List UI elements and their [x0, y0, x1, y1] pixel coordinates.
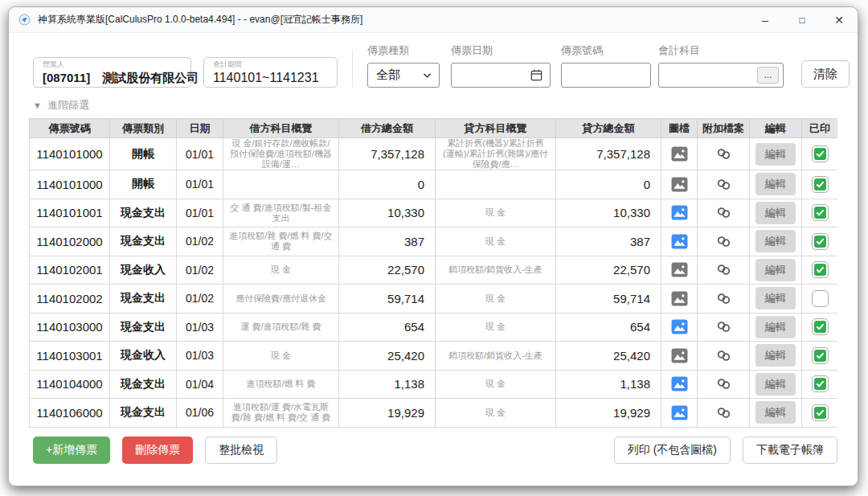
account-field: ...	[658, 63, 784, 88]
image-icon[interactable]	[671, 319, 688, 334]
voucher-date-label: 傳票日期	[451, 43, 551, 58]
attachment-link-icon[interactable]	[716, 405, 731, 420]
printed-checkbox[interactable]	[812, 176, 829, 193]
footer-bar: +新增傳票 刪除傳票 整批檢視 列印 (不包含圖檔) 下載電子帳簿	[9, 428, 858, 464]
attachment-link-icon[interactable]	[716, 205, 731, 220]
accounting-period-value: 1140101~1141231	[213, 69, 328, 87]
voucher-no-input[interactable]	[562, 69, 650, 82]
image-icon[interactable]	[671, 376, 688, 391]
check-icon	[814, 321, 826, 333]
cell-debit-overview: 運 費/進項稅額/雜 費	[223, 313, 339, 342]
print-button[interactable]: 列印 (不包含圖檔)	[614, 437, 731, 464]
cell-printed	[802, 370, 838, 399]
image-icon[interactable]	[671, 262, 688, 277]
cell-credit-overview: 現 金	[436, 399, 556, 428]
cell-image	[661, 199, 698, 228]
voucher-no-group: 傳票號碼	[551, 43, 651, 88]
advanced-filter-toggle[interactable]: ▼ 進階篩選	[33, 98, 858, 113]
add-voucher-button[interactable]: +新增傳票	[33, 437, 110, 464]
cell-printed	[802, 138, 838, 170]
image-icon[interactable]	[671, 205, 688, 220]
printed-checkbox[interactable]	[812, 146, 829, 162]
image-icon[interactable]	[671, 405, 688, 420]
cell-attachment	[698, 399, 750, 428]
cell-printed	[802, 228, 838, 256]
edit-button[interactable]: 編輯	[755, 230, 796, 252]
col-header-image: 圖檔	[661, 119, 698, 138]
cell-voucher-type: 現金支出	[110, 199, 177, 228]
edit-button[interactable]: 編輯	[755, 259, 796, 281]
cell-edit: 編輯	[750, 313, 802, 342]
check-icon	[814, 378, 826, 390]
cell-attachment	[698, 256, 750, 285]
edit-button[interactable]: 編輯	[755, 401, 796, 424]
image-icon[interactable]	[671, 291, 688, 306]
cell-voucher-no: 1140102002	[30, 285, 110, 314]
cell-debit-total: 0	[339, 170, 436, 199]
batch-view-button[interactable]: 整批檢視	[205, 437, 277, 464]
cell-credit-total: 654	[556, 313, 661, 342]
accounting-period-field[interactable]: 會計期間 1140101~1141231	[203, 57, 338, 88]
cell-debit-overview: 現 金	[223, 256, 339, 285]
edit-button[interactable]: 編輯	[755, 143, 796, 166]
minimize-button[interactable]: –	[747, 7, 784, 32]
account-input[interactable]	[659, 69, 757, 82]
cell-debit-total: 10,330	[339, 199, 436, 228]
business-field[interactable]: 營業人 [087011] 測試股份有限公司	[33, 57, 191, 88]
cell-voucher-no: 1140103000	[30, 313, 110, 342]
check-icon	[814, 264, 826, 276]
table-row: 1140101001 現金支出 01/01 交 通 費/進項稅額/製-租金支出 …	[30, 199, 838, 228]
attachment-link-icon[interactable]	[716, 348, 731, 363]
attachment-link-icon[interactable]	[716, 146, 731, 162]
edit-button[interactable]: 編輯	[755, 316, 796, 338]
clear-button[interactable]: 清除	[801, 60, 850, 88]
cell-voucher-no: 1140104000	[30, 370, 110, 399]
account-browse-button[interactable]: ...	[757, 67, 779, 84]
image-icon[interactable]	[671, 234, 688, 249]
printed-checkbox[interactable]	[812, 375, 829, 392]
voucher-date-input[interactable]	[452, 69, 530, 82]
image-icon[interactable]	[671, 177, 688, 192]
edit-button[interactable]: 編輯	[755, 373, 796, 396]
col-header-debit-total: 借方總金額	[339, 119, 436, 138]
printed-checkbox[interactable]	[812, 290, 829, 307]
cell-image	[661, 170, 698, 199]
printed-checkbox[interactable]	[812, 233, 829, 250]
attachment-link-icon[interactable]	[716, 291, 731, 306]
cell-voucher-type: 現金支出	[110, 285, 177, 314]
attachment-link-icon[interactable]	[716, 177, 731, 192]
printed-checkbox[interactable]	[812, 318, 829, 335]
printed-checkbox[interactable]	[812, 261, 829, 278]
printed-checkbox[interactable]	[812, 404, 829, 421]
edit-button[interactable]: 編輯	[755, 202, 796, 224]
cell-debit-overview: 進項稅額/燃 料 費	[223, 370, 339, 399]
cell-edit: 編輯	[750, 399, 802, 428]
printed-checkbox[interactable]	[812, 204, 829, 221]
cell-edit: 編輯	[750, 138, 802, 170]
download-ebook-button[interactable]: 下載電子帳簿	[743, 437, 837, 464]
cell-edit: 編輯	[750, 285, 802, 314]
attachment-link-icon[interactable]	[716, 376, 731, 391]
check-icon	[814, 350, 826, 362]
delete-voucher-button[interactable]: 刪除傳票	[122, 437, 193, 464]
attachment-link-icon[interactable]	[716, 262, 731, 277]
cell-edit: 編輯	[750, 228, 802, 256]
edit-button[interactable]: 編輯	[755, 287, 796, 309]
voucher-type-select[interactable]: 全部	[367, 63, 440, 88]
voucher-table-wrap: 傳票號碼 傳票類別 日期 借方科目概覽 借方總金額 貸方科目概覽 貸方總金額 圖…	[29, 118, 837, 428]
edit-button[interactable]: 編輯	[755, 173, 796, 195]
close-button[interactable]: ✕	[821, 7, 858, 32]
cell-printed	[802, 342, 838, 371]
cell-debit-overview: 現 金/銀行存款/應收帳款/預付保險費/進項稅額/機器設備/運…	[223, 138, 339, 170]
printed-checkbox[interactable]	[812, 347, 829, 364]
attachment-link-icon[interactable]	[716, 234, 731, 249]
edit-button[interactable]: 編輯	[755, 344, 796, 367]
col-header-credit-total: 貸方總金額	[556, 119, 661, 138]
calendar-icon[interactable]	[530, 68, 543, 82]
cell-credit-overview: 現 金	[436, 285, 556, 314]
cell-printed	[802, 285, 838, 314]
attachment-link-icon[interactable]	[716, 319, 731, 334]
image-icon[interactable]	[671, 146, 688, 162]
maximize-button[interactable]: □	[784, 7, 821, 32]
image-icon[interactable]	[671, 348, 688, 363]
